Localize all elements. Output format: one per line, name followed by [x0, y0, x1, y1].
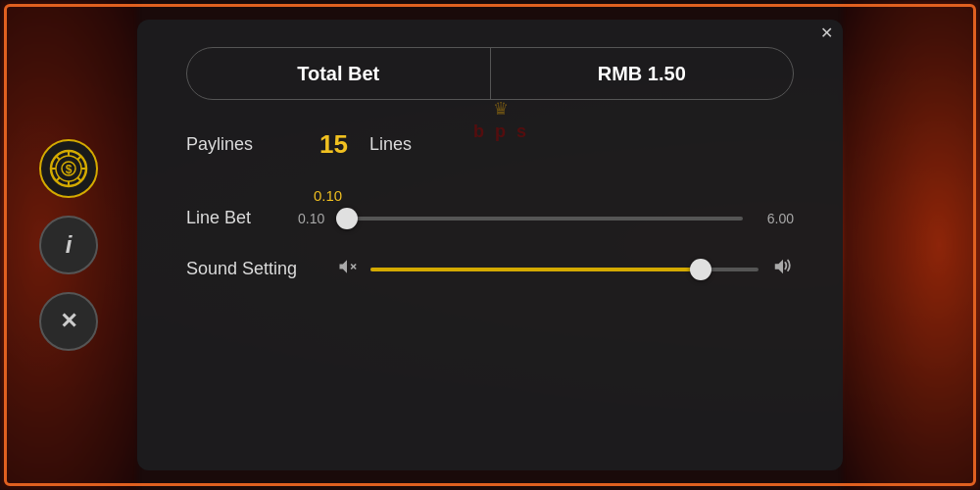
bg-right — [843, 0, 980, 490]
sound-loud-icon[interactable] — [772, 256, 794, 282]
line-bet-track-bg — [343, 217, 743, 220]
svg-line-8 — [56, 156, 60, 160]
x-icon: ✕ — [60, 309, 77, 334]
sound-slider[interactable] — [370, 267, 759, 272]
line-bet-min: 0.10 — [298, 211, 329, 226]
total-bet-value: RMB 1.50 — [491, 63, 794, 85]
dialog-close-button[interactable]: ✕ — [820, 25, 833, 41]
chip-button[interactable]: $ — [39, 139, 98, 198]
line-bet-label: Line Bet — [186, 208, 284, 228]
settings-dialog: ✕ Total Bet RMB 1.50 ♛ b p s Paylines 15… — [137, 20, 843, 470]
sound-mute-icon[interactable] — [337, 257, 357, 281]
line-bet-section: 0.10 Line Bet 0.10 6.00 — [186, 187, 794, 228]
total-bet-label: Total Bet — [187, 48, 491, 99]
paylines-label: Paylines — [186, 134, 304, 155]
sidebar: $ i ✕ — [0, 0, 137, 490]
svg-line-11 — [56, 177, 60, 181]
sound-thumb[interactable] — [690, 259, 711, 280]
line-bet-thumb[interactable] — [336, 208, 358, 229]
sound-track-fill — [370, 268, 701, 271]
svg-line-9 — [77, 177, 81, 181]
line-bet-slider[interactable] — [343, 216, 743, 221]
bps-watermark: ♛ b p s — [473, 98, 529, 142]
bps-crown-icon: ♛ — [493, 98, 509, 120]
line-bet-current-value: 0.10 — [314, 187, 794, 204]
paylines-unit: Lines — [369, 134, 412, 155]
total-bet-bar: Total Bet RMB 1.50 — [186, 47, 794, 100]
paylines-number: 15 — [319, 129, 348, 160]
sound-setting-label: Sound Setting — [186, 259, 323, 279]
line-bet-row: Line Bet 0.10 6.00 — [186, 208, 794, 228]
svg-text:$: $ — [66, 163, 73, 176]
line-bet-max: 6.00 — [757, 211, 794, 226]
bps-text: b p s — [473, 122, 529, 142]
info-button[interactable]: i — [39, 216, 98, 274]
sound-setting-row: Sound Setting — [186, 256, 794, 282]
chip-icon: $ — [49, 149, 88, 188]
info-icon: i — [66, 231, 73, 259]
svg-line-10 — [77, 156, 81, 160]
close-sidebar-button[interactable]: ✕ — [39, 292, 98, 351]
